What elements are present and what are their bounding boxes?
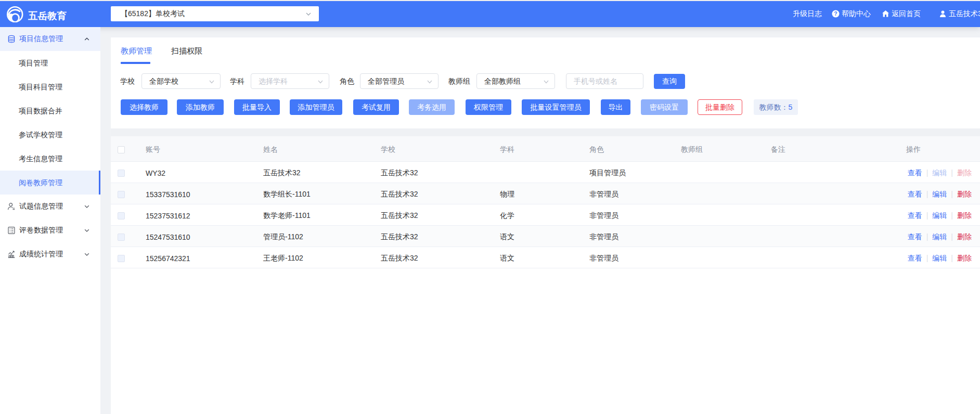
svg-text:?: ? <box>834 10 837 17</box>
